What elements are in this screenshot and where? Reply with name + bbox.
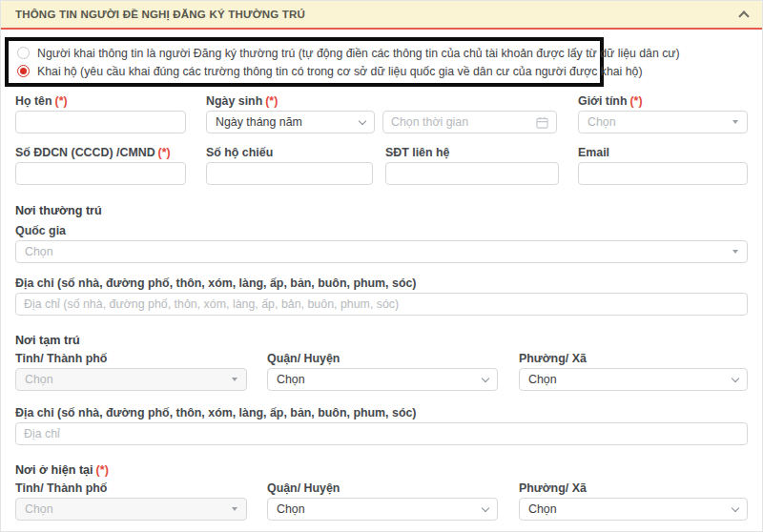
radio-selected-icon[interactable]: [17, 65, 30, 77]
current-residence-selects: Tỉnh/ Thành phố Chọn Quận/ Huyện Chọn Ph…: [15, 482, 748, 521]
id-number-input[interactable]: [15, 162, 186, 185]
phone-input[interactable]: [385, 162, 559, 185]
declarant-type-highlight-box: Người khai thông tin là người Đăng ký th…: [5, 37, 604, 87]
section-header[interactable]: THÔNG TIN NGƯỜI ĐỀ NGHỊ ĐĂNG KÝ THƯỜNG T…: [1, 1, 762, 30]
field-current-province: Tỉnh/ Thành phố Chọn: [15, 482, 247, 521]
temporary-province-select[interactable]: Chọn: [15, 368, 247, 391]
field-full-name: Họ tên(*): [15, 95, 186, 133]
passport-input[interactable]: [206, 162, 373, 185]
field-temporary-address: Địa chỉ (số nhà, đường phố, thôn, xóm, l…: [15, 407, 748, 445]
temporary-district-label: Quận/ Huyện: [267, 353, 498, 365]
passport-label: Số hộ chiếu: [206, 147, 373, 159]
chevron-down-icon: [732, 374, 739, 381]
chevron-down-icon: [732, 503, 739, 511]
field-gender: Giới tính(*) Chọn: [578, 95, 748, 133]
calendar-icon: [536, 116, 548, 129]
current-residence-heading: Nơi ở hiện tại(*): [15, 463, 748, 477]
phone-label: SĐT liên hệ: [385, 147, 559, 159]
current-district-select[interactable]: Chọn: [267, 498, 498, 521]
field-current-district: Quận/ Huyện Chọn: [267, 482, 498, 521]
current-ward-select[interactable]: Chọn: [519, 498, 748, 521]
temporary-province-label: Tỉnh/ Thành phố: [15, 353, 247, 365]
field-country: Quốc gia Chọn: [15, 225, 748, 263]
caret-down-icon: [732, 120, 738, 124]
collapse-chevron-up-icon[interactable]: [738, 10, 749, 21]
current-ward-label: Phường/ Xã: [519, 482, 748, 495]
chevron-down-icon: [482, 374, 489, 381]
dob-label: Ngày sinh(*): [206, 95, 557, 108]
row-personal-2: Số ĐDCN (CCCD) /CMND(*) Số hộ chiếu SĐT …: [15, 147, 748, 185]
field-current-ward: Phường/ Xã Chọn: [519, 482, 748, 521]
gender-select[interactable]: Chọn: [578, 111, 748, 133]
field-dob: Ngày sinh(*) Ngày tháng năm Chọn thời gi…: [206, 95, 557, 133]
gender-label: Giới tính(*): [578, 95, 748, 108]
full-name-label: Họ tên(*): [15, 95, 186, 108]
id-number-label: Số ĐDCN (CCCD) /CMND(*): [15, 147, 186, 159]
caret-down-icon: [232, 507, 237, 511]
temporary-residence-selects: Tỉnh/ Thành phố Chọn Quận/ Huyện Chọn Ph…: [15, 353, 748, 391]
email-input[interactable]: [578, 162, 748, 185]
field-passport: Số hộ chiếu: [206, 147, 373, 185]
caret-down-icon: [232, 378, 237, 381]
chevron-down-icon: [482, 503, 489, 511]
dob-format-select[interactable]: Ngày tháng năm: [206, 111, 375, 133]
caret-down-icon: [732, 250, 738, 254]
country-label: Quốc gia: [15, 225, 748, 237]
residence-registration-form-panel: THÔNG TIN NGƯỜI ĐỀ NGHỊ ĐĂNG KÝ THƯỜNG T…: [0, 0, 763, 532]
temporary-address-input[interactable]: [15, 422, 748, 445]
current-province-select[interactable]: Chọn: [15, 498, 247, 521]
temporary-district-select[interactable]: Chọn: [267, 368, 498, 391]
permanent-address-label: Địa chỉ (số nhà, đường phố, thôn, xóm, l…: [15, 277, 748, 290]
chevron-down-icon: [359, 116, 366, 124]
row-personal-1: Họ tên(*) Ngày sinh(*) Ngày tháng năm Ch…: [15, 95, 748, 133]
field-temporary-ward: Phường/ Xã Chọn: [519, 353, 748, 391]
permanent-address-input[interactable]: [15, 293, 748, 316]
field-permanent-address: Địa chỉ (số nhà, đường phố, thôn, xóm, l…: [15, 277, 748, 316]
current-province-label: Tỉnh/ Thành phố: [15, 482, 247, 495]
full-name-input[interactable]: [15, 111, 186, 133]
radio-option-self-declarant[interactable]: Người khai thông tin là người Đăng ký th…: [17, 44, 591, 62]
permanent-residence-heading: Nơi thường trú: [15, 204, 748, 217]
field-phone: SĐT liên hệ: [385, 147, 559, 185]
temporary-residence-heading: Nơi tạm trú: [15, 334, 748, 347]
field-temporary-province: Tỉnh/ Thành phố Chọn: [15, 353, 247, 391]
dob-date-input[interactable]: Chọn thời gian: [382, 111, 557, 133]
email-label: Email: [578, 147, 748, 159]
radio-option-declare-on-behalf[interactable]: Khai hộ (yêu cầu khai đúng các trường th…: [17, 62, 591, 80]
field-id-number: Số ĐDCN (CCCD) /CMND(*): [15, 147, 186, 185]
section-title: THÔNG TIN NGƯỜI ĐỀ NGHỊ ĐĂNG KÝ THƯỜNG T…: [15, 9, 305, 20]
temporary-ward-select[interactable]: Chọn: [519, 368, 748, 391]
radio-unselected-icon[interactable]: [17, 47, 30, 59]
field-temporary-district: Quận/ Huyện Chọn: [267, 353, 498, 391]
temporary-ward-label: Phường/ Xã: [519, 353, 748, 365]
field-email: Email: [578, 147, 748, 185]
country-select[interactable]: Chọn: [15, 240, 748, 263]
current-district-label: Quận/ Huyện: [267, 482, 498, 495]
temporary-address-label: Địa chỉ (số nhà, đường phố, thôn, xóm, l…: [15, 407, 748, 419]
form-body: Người khai thông tin là người Đăng ký th…: [1, 30, 762, 521]
